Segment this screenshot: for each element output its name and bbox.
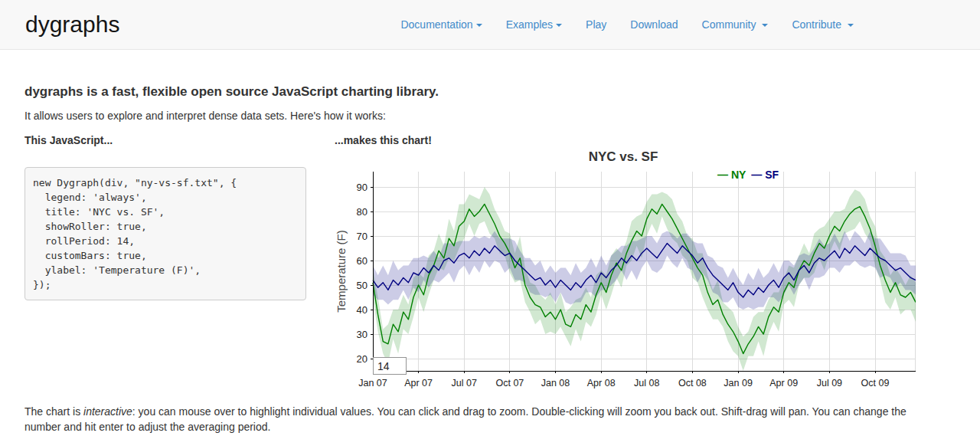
legend-series-label: SF: [765, 169, 779, 181]
roll-period-input[interactable]: [373, 357, 407, 375]
caret-down-icon: [476, 24, 482, 27]
navbar: dygraphs Documentation Examples Play Dow…: [0, 0, 980, 50]
svg-text:Oct 09: Oct 09: [861, 378, 890, 388]
interactivity-note: The chart is interactive: you can mouse …: [24, 404, 916, 434]
svg-text:Jul 07: Jul 07: [452, 378, 477, 388]
legend-dash-icon: —: [717, 169, 728, 181]
svg-text:Oct 07: Oct 07: [495, 378, 524, 388]
svg-text:Apr 08: Apr 08: [587, 378, 616, 388]
legend-entry: — NY: [717, 169, 746, 181]
note-text: : you can mouse over to highlight indivi…: [24, 405, 906, 433]
legend-entry: — SF: [751, 169, 779, 181]
nav-item-download[interactable]: Download: [630, 18, 678, 31]
svg-text:Jul 09: Jul 09: [817, 378, 842, 388]
nav-item-label: Play: [586, 18, 606, 31]
svg-text:70: 70: [357, 231, 368, 242]
svg-text:Jan 09: Jan 09: [724, 378, 753, 388]
chart-column-header: ...makes this chart!: [335, 134, 916, 146]
svg-text:Apr 07: Apr 07: [404, 378, 433, 388]
nav-item-community[interactable]: Community: [702, 18, 769, 31]
y-axis-label: Temperature (F): [335, 156, 350, 386]
legend-dash-icon: —: [751, 169, 762, 181]
svg-text:Jan 07: Jan 07: [358, 378, 387, 388]
caret-down-icon: [762, 24, 768, 27]
caret-down-icon: [556, 24, 562, 27]
javascript-column: This JavaScript... new Dygraph(div, "ny-…: [24, 134, 306, 394]
note-text: The chart is: [24, 405, 83, 418]
svg-text:20: 20: [357, 353, 368, 365]
code-block: new Dygraph(div, "ny-vs-sf.txt", { legen…: [24, 167, 306, 300]
main-content: dygraphs is a fast, flexible open source…: [24, 84, 916, 434]
nav-item-contribute[interactable]: Contribute: [792, 18, 854, 31]
nav-item-examples[interactable]: Examples: [506, 18, 562, 31]
svg-text:Oct 08: Oct 08: [678, 378, 707, 388]
svg-text:40: 40: [357, 304, 368, 316]
nav-item-label: Community: [702, 18, 756, 31]
note-text-italic: interactive: [83, 405, 132, 418]
caret-down-icon: [848, 24, 854, 27]
svg-text:50: 50: [357, 280, 368, 291]
nav-item-documentation[interactable]: Documentation: [400, 18, 482, 31]
chart-title: NYC vs. SF: [331, 149, 916, 165]
chart-legend: — NY— SF: [717, 169, 779, 181]
svg-text:Jan 08: Jan 08: [541, 378, 570, 388]
svg-text:30: 30: [357, 329, 368, 340]
nav-item-label: Documentation: [400, 18, 472, 31]
svg-text:Jul 08: Jul 08: [634, 378, 659, 388]
svg-text:80: 80: [357, 206, 368, 218]
svg-text:90: 90: [357, 182, 368, 193]
chart[interactable]: 2030405060708090Jan 07Apr 07Jul 07Oct 07…: [331, 149, 916, 394]
intro-subtext: It allows users to explore and interpret…: [24, 110, 916, 122]
javascript-column-header: This JavaScript...: [24, 134, 306, 146]
nav-item-play[interactable]: Play: [586, 18, 606, 31]
chart-canvas[interactable]: 2030405060708090Jan 07Apr 07Jul 07Oct 07…: [331, 149, 916, 394]
svg-text:Apr 09: Apr 09: [769, 378, 798, 388]
nav-item-label: Examples: [506, 18, 553, 31]
chart-column: ...makes this chart! 2030405060708090Jan…: [331, 134, 916, 394]
svg-text:60: 60: [357, 255, 368, 267]
main-nav: Documentation Examples Play Download Com…: [377, 18, 854, 31]
legend-series-label: NY: [731, 169, 746, 181]
nav-item-label: Contribute: [792, 18, 841, 31]
nav-item-label: Download: [630, 18, 678, 31]
brand-logo[interactable]: dygraphs: [25, 11, 119, 38]
page-title: dygraphs is a fast, flexible open source…: [24, 84, 916, 100]
